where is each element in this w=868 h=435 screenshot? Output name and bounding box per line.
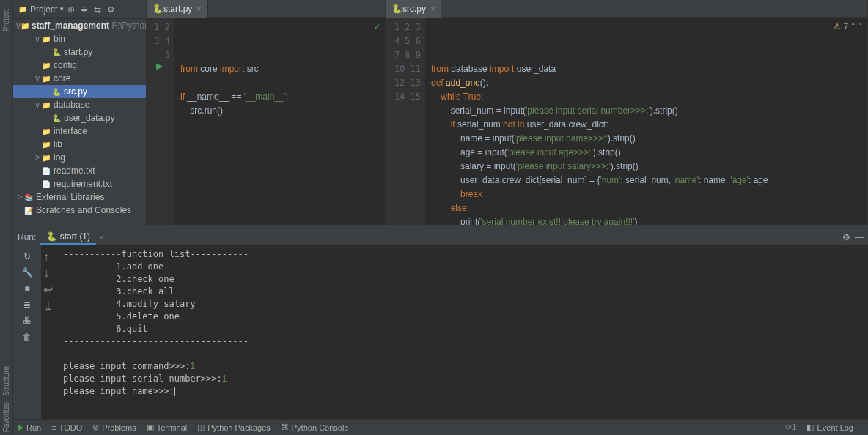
editor-right: 🐍 src.py × 1 2 3 4 5 6 7 8 9 10 11 12 13…: [386, 0, 868, 225]
check-ok-icon: ✓: [374, 20, 380, 34]
python-file-icon: 🐍: [391, 4, 402, 14]
pyconsole-tool-button[interactable]: ⌘ Python Console: [281, 423, 349, 432]
hide-icon[interactable]: —: [121, 4, 130, 15]
tree-item[interactable]: 📄requirement.txt: [13, 177, 146, 190]
scroll-end-icon[interactable]: ⤓: [43, 299, 55, 311]
tab-label: src.py: [402, 4, 426, 14]
scratches[interactable]: 📝Scratches and Consoles: [13, 204, 146, 217]
run-tool-button[interactable]: ▶Run: [18, 423, 41, 432]
next-highlight-icon[interactable]: ˅: [858, 20, 863, 34]
console-output[interactable]: -----------function list----------- 1.ad…: [57, 245, 868, 419]
project-toolbar: 📁 Project▼ ⊕ ≑ ⇆ ⚙ —: [13, 0, 146, 19]
tree-item[interactable]: 📁lib: [13, 138, 146, 151]
tree-item[interactable]: 📁config: [13, 59, 146, 72]
tree-item[interactable]: v📁bin: [13, 32, 146, 45]
hide-run-icon[interactable]: —: [855, 232, 864, 242]
problems-tool-button[interactable]: ⊘ Problems: [92, 423, 136, 432]
run-tool-column-2: ↑ ↓ ↩ ⤓: [41, 245, 57, 419]
indexing-indicator: ⟳1: [785, 423, 796, 432]
tree-item[interactable]: v📁database: [13, 98, 146, 111]
print-icon[interactable]: 🖶: [21, 315, 33, 327]
tree-item[interactable]: 🐍user_data.py: [13, 111, 146, 124]
todo-tool-button[interactable]: ≡ TODO: [51, 423, 82, 432]
code-left[interactable]: ✓ from core import src if __name__ == '_…: [174, 18, 385, 225]
project-tree[interactable]: 📁 Project▼ ⊕ ≑ ⇆ ⚙ — v📁staff_management …: [13, 0, 147, 225]
pypackages-tool-button[interactable]: ◫ Python Packages: [197, 423, 271, 432]
external-libraries[interactable]: >📚External Libraries: [13, 190, 146, 204]
stop-icon[interactable]: ■: [21, 283, 33, 294]
gutter-left: 1 2 3 4 5: [147, 18, 174, 225]
left-tool-strip: Project Structure Favorites: [0, 0, 13, 435]
project-combo-label[interactable]: Project: [30, 4, 57, 15]
tab-label: start.py: [163, 4, 192, 14]
tree-item[interactable]: >📁log: [13, 151, 146, 164]
tree-item[interactable]: 🐍src.py: [13, 85, 146, 98]
expand-icon[interactable]: ⇆: [94, 4, 101, 15]
gutter-right: 1 2 3 4 5 6 7 8 9 10 11 12 13 14 15: [386, 18, 425, 225]
layout-icon[interactable]: ≣: [21, 299, 33, 311]
terminal-tool-button[interactable]: ▣ Terminal: [147, 423, 188, 432]
delete-icon[interactable]: 🗑: [21, 331, 33, 343]
gutter-run-icon[interactable]: ▶: [156, 59, 163, 73]
code-right[interactable]: ⚠ 7 ˄ ˅ from database import user_datade…: [425, 18, 867, 225]
structure-tool-label[interactable]: Structure: [2, 366, 10, 396]
settings-icon[interactable]: ⚙: [107, 4, 115, 15]
tree-item[interactable]: v📁core: [13, 72, 146, 85]
soft-wrap-icon[interactable]: ↩: [43, 283, 55, 294]
warning-count: 7: [844, 20, 848, 34]
wrench-icon[interactable]: 🔧: [21, 267, 33, 278]
python-file-icon: 🐍: [152, 4, 163, 14]
rerun-icon[interactable]: ↻: [21, 250, 33, 262]
tree-root[interactable]: v📁staff_management F:\Python: [13, 19, 146, 32]
favorites-tool-label[interactable]: Favorites: [2, 402, 10, 432]
collapse-icon[interactable]: ≑: [81, 4, 88, 15]
event-log-button[interactable]: ◧ Event Log: [806, 423, 853, 432]
close-tab-icon[interactable]: ×: [196, 4, 201, 13]
down-icon[interactable]: ↓: [43, 267, 55, 278]
tree-item[interactable]: 🐍start.py: [13, 45, 146, 59]
run-panel: Run: 🐍 start (1) × ⚙ — ↻ 🔧 ■ ≣ 🖶 🗑 ↑: [13, 225, 868, 419]
python-file-icon: 🐍: [46, 231, 57, 242]
project-icon: 📁: [18, 4, 28, 15]
editor-tab-src[interactable]: 🐍 src.py ×: [386, 0, 441, 18]
run-label: Run:: [18, 232, 36, 242]
up-icon[interactable]: ↑: [43, 250, 55, 262]
editor-tab-start[interactable]: 🐍 start.py ×: [147, 0, 208, 18]
prev-highlight-icon[interactable]: ˄: [851, 20, 856, 34]
locate-icon[interactable]: ⊕: [67, 4, 75, 15]
project-tool-label[interactable]: Project: [2, 9, 10, 31]
close-run-tab-icon[interactable]: ×: [99, 233, 103, 242]
run-config-tab[interactable]: 🐍 start (1): [40, 230, 96, 245]
editor-left: 🐍 start.py × 1 2 3 4 5 ✓ from core impor…: [147, 0, 386, 225]
run-settings-icon[interactable]: ⚙: [842, 232, 850, 242]
warning-icon[interactable]: ⚠: [834, 20, 841, 34]
run-tool-column-1: ↻ 🔧 ■ ≣ 🖶 🗑: [13, 245, 41, 419]
tree-item[interactable]: 📁interface: [13, 124, 146, 138]
tree-item[interactable]: 📄readme.txt: [13, 164, 146, 177]
status-bar: ▶Run ≡ TODO ⊘ Problems ▣ Terminal ◫ Pyth…: [13, 419, 868, 435]
close-tab-icon[interactable]: ×: [430, 4, 435, 13]
